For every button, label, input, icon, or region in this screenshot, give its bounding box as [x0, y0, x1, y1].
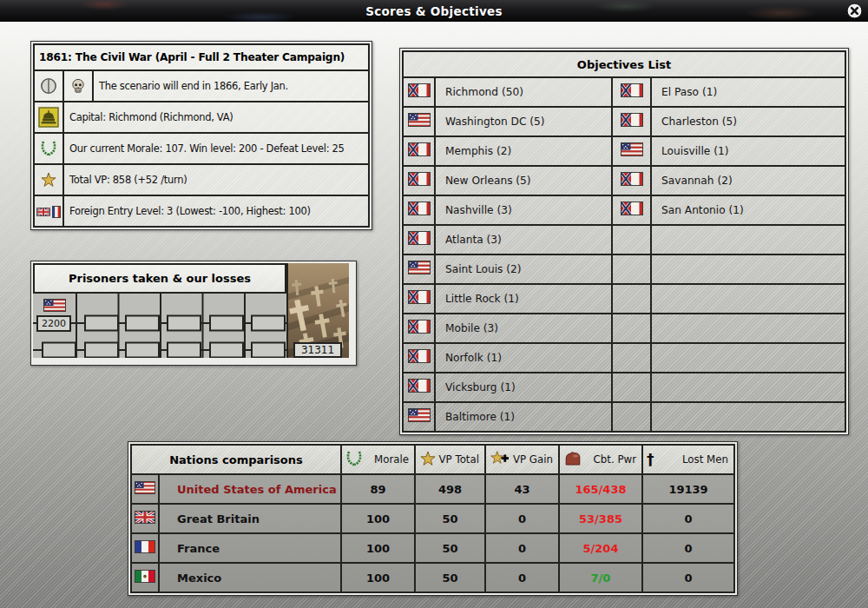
csa-flag-icon [612, 107, 651, 136]
bicep-icon [563, 450, 581, 470]
csa-flag-icon [403, 314, 435, 343]
column-label: Morale [374, 453, 409, 466]
empty-flag-cell [612, 373, 651, 402]
uk-flag-icon [131, 504, 159, 533]
usa-flag-icon [43, 299, 66, 315]
objective-name: New Orleans (5) [435, 166, 612, 195]
objective-name: Memphis (2) [435, 136, 612, 166]
nation-vp-total: 50 [415, 504, 485, 533]
empty-flag-cell [612, 314, 651, 343]
csa-flag-icon [612, 77, 651, 107]
title-bar: Scores & Objectives [0, 0, 868, 22]
column-label: VP Gain [513, 453, 553, 466]
objective-name [651, 254, 845, 284]
scenario-row-text: Capital: Richmond (Richmond, VA) [63, 102, 369, 133]
nation-vp-gain: 0 [485, 533, 559, 563]
losses-count: 31311 [293, 342, 342, 358]
objective-name: San Antonio (1) [651, 195, 845, 225]
close-icon[interactable] [846, 3, 863, 19]
empty-flag-cell [612, 402, 651, 432]
usa-flag-icon [403, 107, 435, 136]
objective-row: Vicksburg (1) [403, 373, 845, 402]
star-icon [419, 450, 437, 470]
star-plus-icon [490, 450, 510, 470]
nation-row: Great Britain10050053/3850 [131, 504, 734, 533]
column-header-vp-gain: VP Gain [485, 445, 559, 474]
nation-name: United States of America [159, 474, 341, 504]
objective-name: El Paso (1) [651, 77, 845, 107]
objective-row: Nashville (3)San Antonio (1) [403, 195, 845, 225]
prisoners-panel-body: Prisoners taken & our losses [33, 263, 349, 358]
objective-row: Norfolk (1) [403, 343, 845, 373]
nation-lost-men: 0 [642, 563, 734, 592]
skull-icon [63, 70, 93, 102]
nation-vp-gain: 43 [485, 474, 559, 504]
objective-name [651, 343, 845, 373]
prisoners-panel-title: Prisoners taken & our losses [33, 263, 286, 294]
objectives-title: Objectives List [403, 51, 845, 77]
nation-lost-men: 0 [642, 533, 734, 563]
objective-row: Memphis (2)Louisville (1) [403, 136, 845, 166]
nation-row: France1005005/2040 [131, 533, 734, 563]
nations-title: Nations comparisons [131, 445, 341, 474]
nation-combat-power: 5/204 [559, 533, 642, 563]
csa-flag-icon [612, 195, 651, 225]
prisoners-count: 2200 [36, 315, 71, 332]
objective-name: Baltimore (1) [435, 402, 612, 432]
nation-vp-gain: 0 [485, 563, 559, 592]
capitol-icon [34, 102, 63, 133]
objective-row: Baltimore (1) [403, 402, 845, 432]
nation-name: Mexico [159, 563, 341, 592]
objective-name: Richmond (50) [435, 77, 612, 107]
nation-vp-total: 498 [415, 474, 485, 504]
objective-row: Washington DC (5)Charleston (5) [403, 107, 845, 136]
nation-name: France [159, 533, 341, 563]
empty-flag-cell [612, 284, 651, 314]
nation-row: Mexico1005007/00 [131, 563, 734, 592]
objective-name: Saint Louis (2) [435, 254, 612, 284]
scenario-row-text: The scenario will end in 1866, Early Jan… [93, 70, 369, 102]
laurel-icon [345, 450, 363, 470]
nation-lost-men: 0 [642, 504, 734, 533]
csa-flag-icon [403, 136, 435, 166]
objective-name: Washington DC (5) [435, 107, 612, 136]
objective-name [651, 284, 845, 314]
objective-row: Saint Louis (2) [403, 254, 845, 284]
page-title: Scores & Objectives [365, 4, 503, 18]
cross-icon: † [647, 453, 654, 467]
empty-flag-cell [612, 254, 651, 284]
scenario-row-text: Total VP: 858 (+52 /turn) [63, 164, 369, 195]
csa-flag-icon [403, 195, 435, 225]
nation-vp-gain: 0 [485, 504, 559, 533]
prisoners-losses-panel: Prisoners taken & our losses [30, 261, 357, 366]
nation-row: United States of America8949843165/43819… [131, 474, 734, 504]
objective-name: Norfolk (1) [435, 343, 612, 373]
usa-flag-icon [403, 402, 435, 432]
empty-flag-cell [612, 343, 651, 373]
csa-flag-icon [403, 225, 435, 254]
column-header-vp-total: VP Total [415, 445, 485, 474]
nation-combat-power: 7/0 [559, 563, 642, 592]
column-label: VP Total [439, 453, 479, 466]
csa-flag-icon [403, 343, 435, 373]
objective-name [651, 402, 845, 432]
nation-name: Great Britain [159, 504, 341, 533]
objective-name: Nashville (3) [435, 195, 612, 225]
nation-morale: 100 [341, 533, 415, 563]
nation-morale: 100 [341, 563, 415, 592]
column-header-morale: Morale [341, 445, 415, 474]
nation-morale: 100 [341, 504, 415, 533]
mexico-flag-icon [131, 563, 159, 592]
objective-name [651, 225, 845, 254]
objectives-panel: Objectives List Richmond (50)El Paso (1)… [399, 48, 849, 435]
nation-combat-power: 53/385 [559, 504, 642, 533]
csa-flag-icon [403, 284, 435, 314]
nations-comparison-panel: Nations comparisons MoraleVP TotalVP Gai… [128, 441, 738, 596]
nation-vp-total: 50 [415, 563, 485, 592]
objective-name: Charleston (5) [651, 107, 845, 136]
laurel-icon [34, 133, 63, 164]
usa-flag-icon [403, 254, 435, 284]
usa-flag-icon [131, 474, 159, 504]
nation-morale: 89 [341, 474, 415, 504]
clock-icon [34, 70, 63, 102]
